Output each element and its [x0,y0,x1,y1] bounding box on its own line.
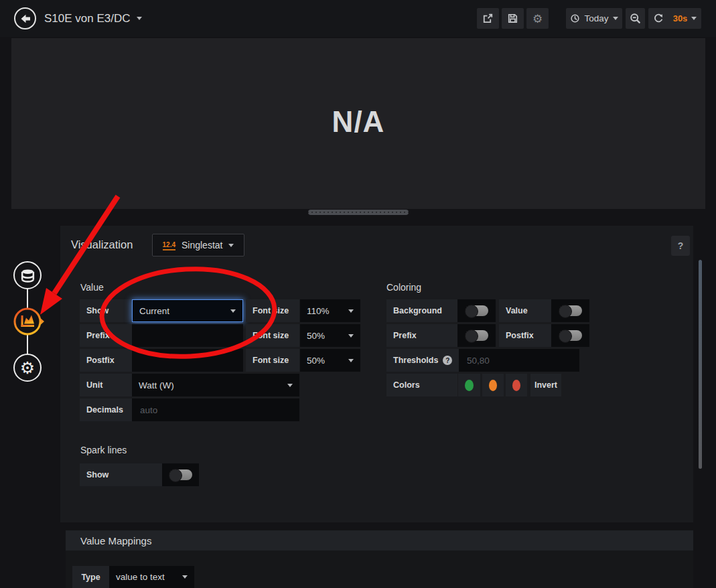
caret-down-icon [137,17,142,20]
editor-tab-title: Visualization [71,238,133,251]
decimals-input[interactable] [139,405,293,416]
prefix-color-toggle[interactable] [457,324,496,347]
share-icon [482,13,494,24]
decimals-label: Decimals [80,398,132,421]
time-range-button[interactable]: Today [566,8,622,29]
dashboard-settings-button[interactable]: ⚙ [526,8,549,29]
refresh-button[interactable] [648,8,668,29]
singlestat-viz-icon: 12.4 [163,240,175,250]
coloring-section-title: Coloring [386,282,421,293]
value-color-toggle[interactable] [551,299,589,322]
save-button[interactable] [502,8,524,29]
threshold-color-green[interactable] [458,374,480,396]
arrow-left-icon [19,13,31,25]
font-size-label: Font size [246,349,299,372]
threshold-color-red[interactable] [506,374,527,396]
thresholds-input[interactable] [466,355,573,366]
color-swatch [512,380,520,391]
refresh-interval-dropdown[interactable]: 30s [668,8,702,29]
question-circle-icon[interactable]: ? [443,356,452,365]
singlestat-panel: N/A [11,38,705,209]
refresh-button-group: 30s [648,8,701,29]
postfix-font-size-select[interactable]: 50% [300,349,360,372]
postfix-label: Postfix [80,349,132,372]
postfix-color-toggle[interactable] [551,324,589,347]
show-stat-select[interactable]: Current [132,299,243,322]
prefix-input[interactable] [139,330,236,342]
save-icon [507,13,518,24]
back-button[interactable] [14,7,36,29]
font-size-label: Font size [246,299,299,322]
dashboard-title: S10E von E3/DC [44,12,131,25]
tab-general[interactable]: ⚙ [13,354,42,382]
share-button[interactable] [477,8,499,29]
grafana-app: S10E von E3/DC ⚙ [0,0,716,588]
toggle-switch [559,330,582,341]
value-font-size-select[interactable]: 110% [300,299,360,322]
prefix-font-size-select[interactable]: 50% [300,324,360,347]
color-swatch [465,380,474,391]
postfix-toggle-label: Postfix [499,324,551,347]
singlestat-value: N/A [11,105,705,139]
value-mappings-header: Value Mappings [66,530,693,550]
caret-down-icon [287,384,293,387]
prefix-toggle-label: Prefix [386,324,457,347]
refresh-icon [653,13,664,24]
thresholds-label: Thresholds ? [386,349,459,372]
caret-down-icon [182,575,188,579]
show-label: Show [80,299,132,322]
invert-colors-button[interactable]: Invert [530,374,561,396]
caret-down-icon [348,359,354,362]
viz-type-value: Singlestat [182,240,222,250]
background-color-toggle[interactable] [457,299,496,322]
postfix-input[interactable] [139,355,236,366]
caret-down-icon [228,244,234,247]
thresholds-field [459,349,579,372]
database-icon [20,268,35,283]
value-mappings-title: Value Mappings [80,535,151,546]
caret-down-icon [691,17,697,20]
zoom-out-button[interactable] [626,8,645,29]
viz-type-picker[interactable]: 12.4 Singlestat [152,234,244,256]
decimals-field [132,398,299,421]
time-range-label: Today [584,13,608,23]
value-toggle-label: Value [499,299,551,322]
font-size-label: Font size [246,324,299,347]
caret-down-icon [348,334,354,338]
tab-visualization[interactable] [13,307,44,336]
background-toggle-label: Background [386,299,457,322]
prefix-label: Prefix [80,324,132,347]
value-mappings-body: Type value to text [66,550,693,588]
refresh-interval-label: 30s [673,13,688,23]
gear-icon: ⚙ [532,12,543,25]
postfix-field [132,349,243,372]
threshold-color-orange[interactable] [482,374,504,396]
zoom-out-icon [630,13,641,24]
unit-select[interactable]: Watt (W) [132,374,299,396]
caret-down-icon [230,309,236,313]
dashboard-title-button[interactable]: S10E von E3/DC [44,0,142,37]
caret-down-icon [348,309,354,313]
sparkline-show-label: Show [80,463,162,486]
colors-label: Colors [386,374,457,396]
toggle-switch [169,469,192,480]
unit-label: Unit [80,374,132,396]
visualization-editor: Visualization 12.4 Singlestat ? Value Sh… [60,226,693,522]
visualization-icon [13,307,44,336]
navbar: S10E von E3/DC ⚙ [0,0,716,37]
tab-queries[interactable] [13,261,42,289]
mapping-type-label: Type [72,566,109,588]
toggle-switch [559,305,582,316]
prefix-field [132,324,243,347]
panel-help-button[interactable]: ? [671,236,690,256]
value-section-title: Value [80,282,104,293]
caret-down-icon [613,17,618,20]
color-swatch [489,380,497,391]
mapping-type-select[interactable]: value to text [109,566,194,588]
editor-scrollbar[interactable] [699,260,702,469]
sparkline-show-toggle[interactable] [162,463,199,486]
clock-icon [570,13,580,23]
toggle-switch [466,330,488,341]
sparklines-section-title: Spark lines [80,445,127,455]
panel-resize-handle[interactable] [308,210,409,215]
